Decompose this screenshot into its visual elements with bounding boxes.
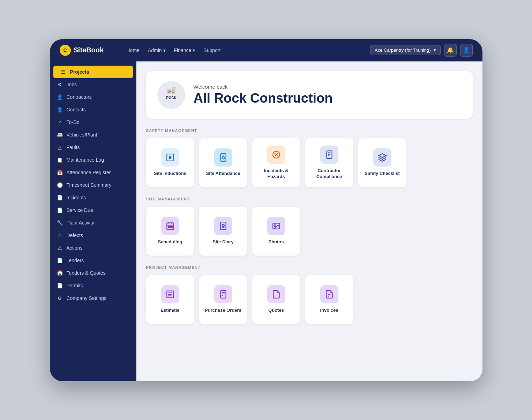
user-icon: 👤 xyxy=(463,47,470,53)
purchase-orders-icon xyxy=(214,285,232,303)
sidebar-item-plant-activity[interactable]: 🔧 Plant Activity xyxy=(50,216,136,229)
svg-point-30 xyxy=(274,225,276,227)
tenders-icon: 📄 xyxy=(57,258,63,263)
safety-management-grid: Site Inductions Site Attendance Incident… xyxy=(146,138,473,187)
site-attendance-label: Site Attendance xyxy=(206,171,240,177)
svg-point-0 xyxy=(157,81,185,109)
svg-rect-23 xyxy=(168,227,169,228)
chevron-down-icon: ▾ xyxy=(193,47,195,53)
card-incidents-hazards[interactable]: Incidents & Hazards xyxy=(252,138,300,187)
estimate-icon xyxy=(161,285,179,303)
svg-rect-9 xyxy=(220,154,226,161)
actions-icon: ⚠ xyxy=(57,245,63,251)
card-estimate[interactable]: Estimate xyxy=(146,275,194,324)
safety-checklist-label: Safety Checklist xyxy=(365,171,399,177)
site-diary-label: Site Diary xyxy=(213,239,234,245)
sidebar-item-defects[interactable]: ⚠ Defects xyxy=(50,229,136,242)
logo-icon: C xyxy=(60,45,71,56)
main-content: AC ROCK Welcome back All Rock Constructi… xyxy=(136,61,482,381)
card-photos[interactable]: Photos xyxy=(252,207,300,256)
quotes-icon xyxy=(267,285,285,303)
vehicles-icon: 🚐 xyxy=(57,132,63,138)
welcome-text: Welcome back xyxy=(194,84,333,90)
sidebar-item-incidents[interactable]: 📄 Incidents xyxy=(50,191,136,204)
svg-rect-25 xyxy=(171,227,172,228)
svg-rect-4 xyxy=(172,87,175,94)
contacts-icon: 👤 xyxy=(57,107,63,112)
grid-icon: ☰ xyxy=(60,69,67,75)
card-purchase-orders[interactable]: Purchase Orders xyxy=(199,275,247,324)
sidebar-item-tenders[interactable]: 📄 Tenders xyxy=(50,254,136,267)
site-inductions-icon xyxy=(161,148,179,167)
company-logo-svg: AC ROCK xyxy=(157,81,185,109)
safety-checklist-icon xyxy=(373,148,391,167)
defects-icon: ⚠ xyxy=(57,233,63,238)
project-management-label: PROJECT MANAGEMENT xyxy=(146,265,473,270)
nav-admin[interactable]: Admin ▾ xyxy=(148,47,166,53)
photos-label: Photos xyxy=(268,239,284,245)
card-site-attendance[interactable]: Site Attendance xyxy=(199,138,247,187)
sidebar-item-contacts[interactable]: 👤 Contacts xyxy=(50,103,136,116)
company-selector[interactable]: Ace Carpentry (for Training) ▾ xyxy=(370,45,440,55)
sidebar-item-contractors[interactable]: 👤 Contractors xyxy=(50,91,136,103)
sidebar-item-timesheet[interactable]: 🕐 Timesheet Summary xyxy=(50,179,136,191)
service-due-icon: 📄 xyxy=(57,207,63,213)
jobs-icon: ⚙ xyxy=(57,82,63,87)
incidents-icon: 📄 xyxy=(57,195,63,200)
card-quotes[interactable]: Quotes xyxy=(252,275,300,324)
card-site-inductions[interactable]: Site Inductions xyxy=(146,138,194,187)
tenders-quotes-icon: 📅 xyxy=(57,270,63,276)
card-scheduling[interactable]: Scheduling xyxy=(146,207,194,256)
sidebar-item-maintenance[interactable]: 📋 Maintenance Log xyxy=(50,154,136,166)
top-nav-links: Home Admin ▾ Finance ▾ Support xyxy=(127,47,359,53)
svg-text:ROCK: ROCK xyxy=(166,96,177,100)
user-button[interactable]: 👤 xyxy=(460,44,473,57)
notifications-button[interactable]: 🔔 xyxy=(444,44,457,57)
attendance-icon: 📅 xyxy=(57,170,63,175)
faults-icon: △ xyxy=(57,145,63,150)
invoices-icon xyxy=(320,285,338,303)
sidebar-item-service-due[interactable]: 📄 Service Due xyxy=(50,204,136,216)
sidebar-item-permits[interactable]: 📄 Permits xyxy=(50,279,136,292)
site-management-label: SITE MANAGEMENT xyxy=(146,197,473,201)
logo: C SiteBook xyxy=(60,45,115,56)
svg-point-27 xyxy=(222,224,224,227)
card-site-diary[interactable]: Site Diary xyxy=(199,207,247,256)
sidebar-item-todo[interactable]: ✓ To-Do xyxy=(50,116,136,128)
site-inductions-label: Site Inductions xyxy=(154,171,186,177)
quotes-label: Quotes xyxy=(268,308,284,314)
company-big-name: All Rock Construction xyxy=(194,91,333,106)
sidebar-item-company-settings[interactable]: ⚙ Company Settings xyxy=(50,292,136,304)
scheduling-label: Scheduling xyxy=(158,239,182,245)
card-safety-checklist[interactable]: Safety Checklist xyxy=(358,138,406,187)
sidebar-item-tenders-quotes[interactable]: 📅 Tenders & Quotes xyxy=(50,267,136,279)
sidebar-item-vehicles[interactable]: 🚐 Vehicles/Plant xyxy=(50,128,136,141)
device-frame: C SiteBook Home Admin ▾ Finance ▾ Suppor… xyxy=(50,39,482,381)
maintenance-icon: 📋 xyxy=(57,157,63,163)
card-invoices[interactable]: Invoices xyxy=(305,275,353,324)
site-management-grid: Scheduling Site Diary Photos xyxy=(146,207,473,256)
plant-activity-icon: 🔧 xyxy=(57,220,63,226)
sidebar-item-actions[interactable]: ⚠ Actions xyxy=(50,242,136,254)
settings-icon: ⚙ xyxy=(57,295,63,301)
project-management-grid: Estimate Purchase Orders Quotes xyxy=(146,275,473,324)
main-layout: ☰ Projects ⚙ Jobs 👤 Contractors 👤 Contac… xyxy=(50,61,482,381)
nav-home[interactable]: Home xyxy=(127,47,140,53)
photos-icon xyxy=(267,217,285,235)
incidents-hazards-icon xyxy=(267,146,285,164)
sidebar: ☰ Projects ⚙ Jobs 👤 Contractors 👤 Contac… xyxy=(50,61,136,381)
nav-finance[interactable]: Finance ▾ xyxy=(174,47,195,53)
chevron-down-icon: ▾ xyxy=(163,47,166,53)
nav-support[interactable]: Support xyxy=(203,47,220,53)
sidebar-item-faults[interactable]: △ Faults xyxy=(50,141,136,154)
sidebar-item-attendance[interactable]: 📅 Attendance Register xyxy=(50,166,136,179)
sidebar-item-jobs[interactable]: ⚙ Jobs xyxy=(50,78,136,91)
sidebar-item-projects[interactable]: ☰ Projects xyxy=(53,66,133,78)
chevron-down-icon: ▾ xyxy=(434,47,436,53)
incidents-hazards-label: Incidents & Hazards xyxy=(256,168,296,180)
todo-icon: ✓ xyxy=(57,119,63,125)
invoices-label: Invoices xyxy=(320,308,338,314)
svg-rect-3 xyxy=(167,89,171,94)
card-contractor-compliance[interactable]: Contractor Compliance xyxy=(305,138,353,187)
top-navigation: C SiteBook Home Admin ▾ Finance ▾ Suppor… xyxy=(50,39,482,61)
